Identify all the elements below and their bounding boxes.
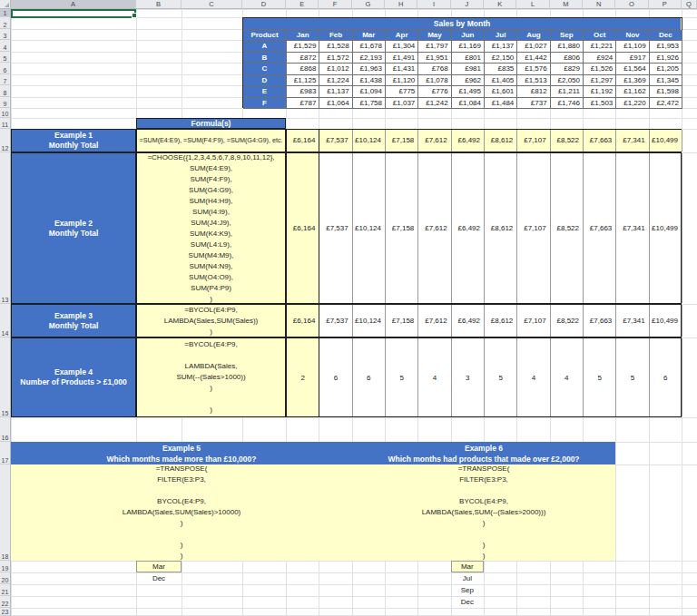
sales-value-cell[interactable]: £1,137: [319, 86, 352, 98]
sales-value-cell[interactable]: £2,150: [485, 53, 517, 64]
sales-value-cell[interactable]: £1,220: [616, 98, 649, 110]
sales-value-cell[interactable]: £1,442: [517, 53, 550, 64]
sales-value-cell[interactable]: £806: [551, 53, 584, 64]
example-value-cell[interactable]: £7,612: [418, 130, 451, 152]
example-value-cell[interactable]: 5: [584, 338, 616, 416]
product-header-cell[interactable]: Product: [243, 30, 287, 42]
example-value-cell[interactable]: £10,499: [650, 130, 682, 152]
sales-value-cell[interactable]: £1,758: [353, 98, 386, 110]
example-value-cell[interactable]: £7,158: [386, 153, 418, 303]
column-header-cell[interactable]: Q: [682, 0, 697, 9]
column-header-cell[interactable]: K: [484, 0, 516, 9]
selected-cell-a1[interactable]: [11, 9, 136, 18]
example-value-cell[interactable]: £8,522: [551, 153, 584, 303]
example-value-cell[interactable]: £8,612: [485, 153, 517, 303]
sales-value-cell[interactable]: £1,495: [452, 86, 485, 98]
sales-month-header-cell[interactable]: Apr: [386, 30, 418, 42]
row-header-cell[interactable]: 9: [0, 97, 11, 109]
example-value-cell[interactable]: £7,537: [319, 305, 352, 337]
sales-value-cell[interactable]: £1,169: [452, 41, 485, 53]
column-header-cell[interactable]: N: [583, 0, 615, 9]
sales-value-cell[interactable]: £1,064: [319, 98, 352, 110]
column-header-cell[interactable]: J: [451, 0, 484, 9]
sales-value-cell[interactable]: £1,221: [584, 41, 616, 53]
sales-value-cell[interactable]: £829: [551, 64, 584, 75]
sales-value-cell[interactable]: £1,484: [485, 98, 517, 110]
sales-value-cell[interactable]: £1,084: [452, 98, 485, 110]
example-value-cell[interactable]: £10,499: [650, 305, 682, 337]
example-value-cell[interactable]: 6: [650, 338, 682, 416]
row-header-cell[interactable]: 1: [0, 9, 11, 17]
sales-value-cell[interactable]: £1,137: [485, 41, 517, 53]
row-header-cell[interactable]: 8: [0, 85, 11, 97]
sales-value-cell[interactable]: £1,598: [650, 86, 682, 98]
column-header-cell[interactable]: G: [352, 0, 385, 9]
sales-month-header-cell[interactable]: Jul: [485, 30, 517, 42]
sales-month-header-cell[interactable]: Sep: [551, 30, 584, 42]
sales-value-cell[interactable]: £1,078: [418, 75, 451, 87]
sales-month-header-cell[interactable]: May: [418, 30, 451, 42]
example-value-cell[interactable]: 5: [616, 338, 649, 416]
column-header-cell[interactable]: E: [286, 0, 319, 9]
example-value-cell[interactable]: 4: [551, 338, 584, 416]
result-month-cell[interactable]: Sep: [451, 584, 484, 596]
sales-value-cell[interactable]: £1,094: [353, 86, 386, 98]
sales-value-cell[interactable]: £1,528: [319, 41, 352, 53]
example-value-cell[interactable]: £8,522: [551, 305, 584, 337]
sales-value-cell[interactable]: £872: [287, 53, 319, 64]
sales-product-cell[interactable]: D: [243, 75, 287, 87]
sales-table-title[interactable]: Sales by Month: [243, 18, 681, 30]
result-month-cell[interactable]: Dec: [451, 596, 484, 608]
sales-product-cell[interactable]: A: [243, 41, 287, 53]
example-value-cell[interactable]: £7,537: [319, 153, 352, 303]
row-header-cell[interactable]: 16: [0, 417, 11, 442]
sales-value-cell[interactable]: £1,529: [287, 41, 319, 53]
sales-value-cell[interactable]: £768: [418, 64, 451, 75]
sales-value-cell[interactable]: £1,242: [418, 98, 451, 110]
row-header-cell[interactable]: 13: [0, 152, 11, 304]
sales-value-cell[interactable]: £962: [452, 75, 485, 87]
row-header-cell[interactable]: 10: [0, 108, 11, 118]
sales-value-cell[interactable]: £1,491: [386, 53, 418, 64]
column-header-cell[interactable]: P: [649, 0, 682, 9]
row-header-cell[interactable]: 5: [0, 52, 11, 64]
sales-value-cell[interactable]: £1,125: [287, 75, 319, 87]
sales-month-header-cell[interactable]: Mar: [353, 30, 386, 42]
sales-product-cell[interactable]: F: [243, 98, 287, 110]
sales-product-cell[interactable]: C: [243, 64, 287, 75]
sales-value-cell[interactable]: £1,345: [650, 75, 682, 87]
sales-value-cell[interactable]: £1,576: [517, 64, 550, 75]
sales-value-cell[interactable]: £1,503: [584, 98, 616, 110]
example-value-cell[interactable]: £10,499: [650, 153, 682, 303]
example6-formula-cell[interactable]: =TRANSPOSE(FILTER(E3:P3, BYCOL(E4:P9,LAM…: [352, 464, 615, 561]
sales-value-cell[interactable]: £787: [287, 98, 319, 110]
example-value-cell[interactable]: 4: [517, 338, 550, 416]
result-month-cell[interactable]: Jul: [451, 572, 484, 584]
example-value-cell[interactable]: £6,164: [287, 130, 319, 152]
example-value-cell[interactable]: £6,492: [452, 130, 485, 152]
sales-value-cell[interactable]: £983: [287, 86, 319, 98]
example5-header[interactable]: Example 5 Which months made more than £1…: [11, 442, 352, 464]
sales-value-cell[interactable]: £1,162: [616, 86, 649, 98]
example-value-cell[interactable]: 6: [319, 338, 352, 416]
example1-formula-cell[interactable]: =SUM(E4:E9), =SUM(F4:F9), =SUM(G4:G9), e…: [136, 129, 286, 153]
sales-value-cell[interactable]: £801: [452, 53, 485, 64]
sales-product-cell[interactable]: E: [243, 86, 287, 98]
row-header-cell[interactable]: 7: [0, 74, 11, 86]
example-value-cell[interactable]: £8,612: [485, 130, 517, 152]
example-value-cell[interactable]: £7,663: [584, 130, 616, 152]
example1-label[interactable]: Example 1 Monthly Total: [11, 129, 136, 153]
sales-value-cell[interactable]: £924: [584, 53, 616, 64]
sales-value-cell[interactable]: £1,431: [386, 64, 418, 75]
sales-value-cell[interactable]: £775: [386, 86, 418, 98]
example-value-cell[interactable]: £7,158: [386, 130, 418, 152]
sales-value-cell[interactable]: £2,050: [551, 75, 584, 87]
row-header-cell[interactable]: 4: [0, 40, 11, 52]
result-month-cell[interactable]: Mar: [136, 561, 182, 572]
sales-month-header-cell[interactable]: Aug: [517, 30, 550, 42]
example-value-cell[interactable]: £7,663: [584, 305, 616, 337]
example-value-cell[interactable]: £8,522: [551, 130, 584, 152]
example6-header[interactable]: Example 6 Which months had products that…: [352, 442, 615, 464]
sales-product-cell[interactable]: B: [243, 53, 287, 64]
sales-value-cell[interactable]: £1,369: [616, 75, 649, 87]
